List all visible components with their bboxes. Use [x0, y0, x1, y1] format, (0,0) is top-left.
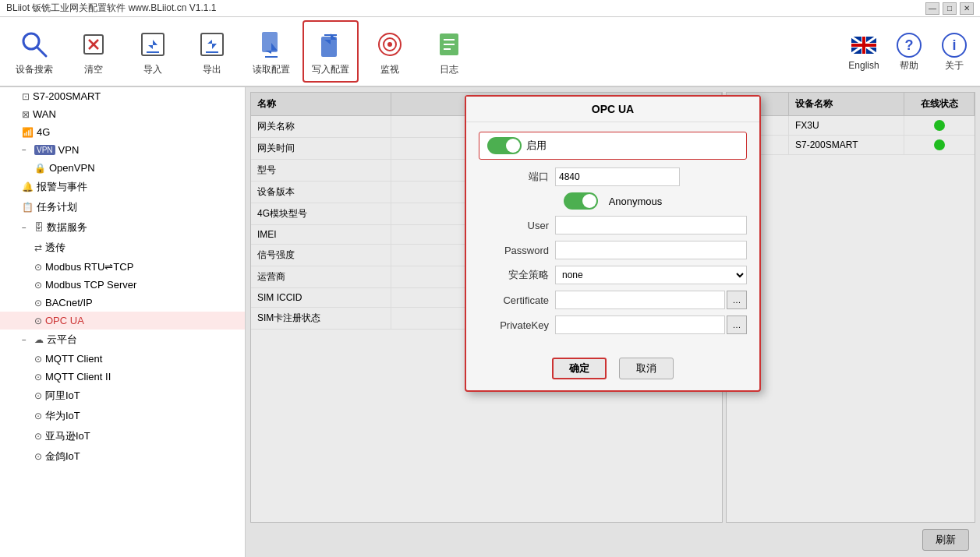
modal-enable-row: 启用: [479, 132, 747, 160]
read-config-icon: [254, 27, 288, 62]
sidebar-item-modbus-tcp-server[interactable]: ⊙ Modbus TCP Server: [0, 276, 245, 294]
toolbar-device-search[interactable]: 设备搜索: [6, 20, 62, 83]
sidebar-item-s7-200smart[interactable]: ⊡ S7-200SMART: [0, 87, 245, 105]
signal-icon: 📶: [22, 127, 34, 138]
sidebar-item-cloud-label: 云平台: [47, 333, 77, 347]
import-icon: [136, 27, 170, 62]
cloud-icon: ☁: [34, 334, 44, 345]
sidebar-item-data-services[interactable]: − 🗄 数据服务: [0, 217, 245, 238]
log-icon: [432, 27, 466, 62]
toolbar-clear-label: 清空: [84, 63, 103, 76]
anonymous-toggle[interactable]: [564, 192, 598, 210]
sidebar-item-tasks[interactable]: 📋 任务计划: [0, 197, 245, 217]
svg-text:?: ?: [905, 37, 914, 53]
privatekey-input[interactable]: [555, 316, 725, 334]
modbus-icon: ⊙: [34, 262, 42, 273]
sidebar-item-wan[interactable]: ⊠ WAN: [0, 105, 245, 123]
sidebar-item-vpn-label: VPN: [58, 144, 80, 156]
close-btn[interactable]: ✕: [960, 2, 974, 15]
huawei-icon: ⊙: [34, 411, 42, 421]
maximize-btn[interactable]: □: [943, 2, 957, 15]
sidebar-item-mqtt-client-ii-label: MQTT Client II: [45, 371, 111, 382]
svg-point-19: [387, 42, 392, 47]
sidebar-item-modbus-rtu-tcp[interactable]: ⊙ Modbus RTU⇌TCP: [0, 258, 245, 276]
sidebar-item-huawei-iot-label: 华为IoT: [45, 409, 80, 423]
modbus2-icon: ⊙: [34, 280, 42, 291]
sidebar-item-opc-ua[interactable]: ⊙ OPC UA: [0, 312, 245, 330]
sidebar-item-modbus-tcp-server-label: Modbus TCP Server: [45, 279, 136, 291]
sidebar-item-mqtt-client[interactable]: ⊙ MQTT Client: [0, 350, 245, 368]
lock-icon: 🔒: [34, 163, 46, 174]
sidebar-item-aliyun-iot-label: 阿里IoT: [45, 389, 80, 403]
toolbar-export[interactable]: 导出: [184, 20, 240, 83]
toolbar-clear[interactable]: 清空: [65, 20, 122, 83]
sidebar-item-transparent-label: 透传: [45, 241, 65, 255]
toolbar-write-config-label: 写入配置: [312, 63, 349, 76]
privatekey-browse-btn[interactable]: …: [727, 316, 747, 334]
search-icon: [17, 27, 51, 62]
modal-title: OPC UA: [466, 97, 759, 122]
enable-toggle[interactable]: [487, 137, 522, 154]
clear-icon: [76, 27, 111, 62]
certificate-browse-btn[interactable]: …: [727, 291, 747, 309]
sidebar-item-mqtt-client-ii[interactable]: ⊙ MQTT Client II: [0, 368, 245, 386]
toolbar-log[interactable]: 日志: [421, 20, 477, 83]
toolbar-about[interactable]: i 关于: [935, 31, 974, 72]
password-row: Password: [479, 241, 747, 259]
svg-line-1: [37, 48, 46, 56]
toolbar-export-label: 导出: [203, 63, 221, 76]
sidebar-item-openvpn[interactable]: 🔒 OpenVPN: [0, 159, 245, 177]
certificate-input-group: …: [555, 291, 747, 309]
certificate-label: Certificate: [479, 294, 549, 306]
minimize-btn[interactable]: —: [925, 2, 939, 15]
main-layout: ⊡ S7-200SMART ⊠ WAN 📶 4G − VPN VPN 🔒 Ope…: [0, 87, 980, 557]
svg-marker-9: [207, 40, 217, 49]
sidebar-item-huawei-iot[interactable]: ⊙ 华为IoT: [0, 406, 245, 426]
monitor-icon: [373, 27, 407, 62]
cancel-button[interactable]: 取消: [619, 358, 674, 379]
sidebar-item-bacnet-ip[interactable]: ⊙ BACnet/IP: [0, 294, 245, 312]
sidebar-item-alerts-label: 报警与事件: [37, 180, 87, 194]
opc-icon: ⊙: [34, 316, 42, 326]
help-label: 帮助: [900, 59, 918, 72]
sidebar-item-amazon-iot[interactable]: ⊙ 亚马逊IoT: [0, 426, 245, 446]
anonymous-label: Anonymous: [609, 196, 663, 207]
toolbar-help[interactable]: ? 帮助: [890, 31, 929, 72]
certificate-input[interactable]: [555, 291, 725, 309]
aliyun-icon: ⊙: [34, 390, 42, 401]
sidebar-item-transparent[interactable]: ⇄ 透传: [0, 238, 245, 258]
user-input[interactable]: [555, 216, 747, 234]
svg-text:i: i: [952, 37, 956, 53]
window-controls: — □ ✕: [925, 2, 974, 15]
sidebar-item-4g[interactable]: 📶 4G: [0, 123, 245, 141]
opc-ua-modal: OPC UA 启用 端口 Anonymous: [465, 95, 761, 392]
toolbar-monitor[interactable]: 监视: [362, 20, 418, 83]
password-input[interactable]: [555, 241, 747, 259]
sidebar-item-aliyun-iot[interactable]: ⊙ 阿里IoT: [0, 386, 245, 406]
sidebar-item-jingdong-iot-label: 金鸽IoT: [45, 449, 80, 464]
sidebar-item-alerts[interactable]: 🔔 报警与事件: [0, 177, 245, 197]
toolbar-write-config[interactable]: 写入配置: [302, 20, 359, 83]
privatekey-label: PrivateKey: [479, 319, 549, 331]
toolbar-import[interactable]: 导入: [125, 20, 181, 83]
security-select[interactable]: none Basic128Rsa15 Basic256 Basic256Sha2…: [555, 266, 747, 284]
sidebar-item-cloud-platform[interactable]: − ☁ 云平台: [0, 330, 245, 350]
toolbar-read-config[interactable]: 读取配置: [243, 20, 299, 83]
write-config-icon: [313, 27, 348, 62]
arrow-icon: ⇄: [34, 242, 42, 253]
modal-footer: 确定 取消: [466, 350, 759, 390]
toolbar: 设备搜索 清空 导入: [0, 17, 980, 87]
confirm-button[interactable]: 确定: [552, 358, 607, 379]
chip-icon: ⊡: [22, 91, 30, 102]
vpn-icon: VPN: [34, 145, 55, 155]
sidebar-item-jingdong-iot[interactable]: ⊙ 金鸽IoT: [0, 446, 245, 467]
security-label: 安全策略: [479, 268, 549, 282]
sidebar-item-vpn[interactable]: − VPN VPN: [0, 141, 245, 159]
modal-body: 启用 端口 Anonymous User: [466, 122, 759, 350]
mqtt2-icon: ⊙: [34, 372, 42, 382]
privatekey-row: PrivateKey …: [479, 316, 747, 334]
toolbar-english[interactable]: English: [844, 32, 883, 71]
modal-overlay: OPC UA 启用 端口 Anonymous: [246, 87, 980, 557]
toolbar-monitor-label: 监视: [380, 63, 399, 76]
port-input[interactable]: [555, 167, 680, 186]
